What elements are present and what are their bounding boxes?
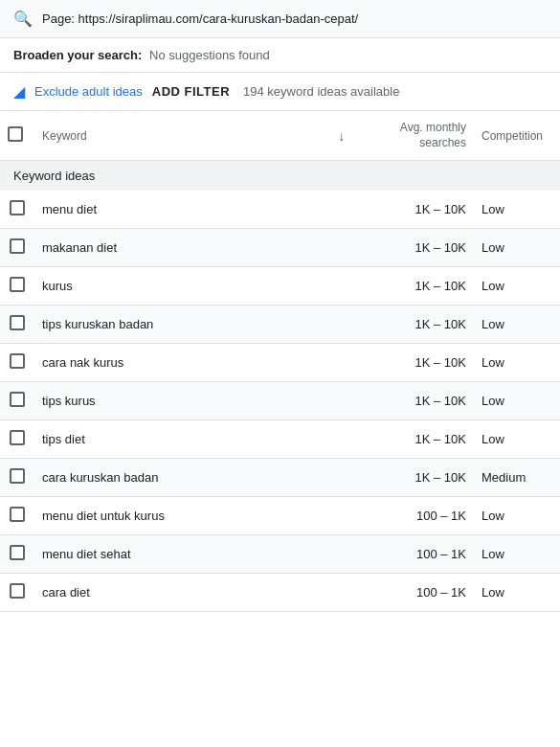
row-checkbox-cell bbox=[0, 535, 34, 574]
table-row: cara diet 100 – 1K Low bbox=[0, 574, 560, 612]
broaden-value: No suggestions found bbox=[149, 48, 270, 62]
row-checkbox[interactable] bbox=[10, 200, 25, 215]
row-checkbox-cell bbox=[0, 229, 34, 267]
th-avg-monthly: Avg. monthly searches bbox=[369, 111, 474, 161]
avg-monthly-cell: 100 – 1K bbox=[369, 574, 474, 612]
keyword-cell: menu diet sehat bbox=[34, 535, 330, 574]
avg-monthly-cell: 1K – 10K bbox=[369, 344, 474, 382]
row-checkbox[interactable] bbox=[10, 583, 25, 599]
sort-arrow-icon: ↓ bbox=[338, 128, 345, 144]
search-icon: 🔍 bbox=[13, 10, 33, 28]
row-checkbox-cell bbox=[0, 420, 34, 459]
avg-monthly-cell: 1K – 10K bbox=[369, 267, 474, 306]
empty-sort-cell bbox=[330, 229, 369, 267]
keyword-cell: tips kuruskan badan bbox=[34, 306, 330, 344]
avg-monthly-cell: 100 – 1K bbox=[369, 497, 474, 535]
competition-cell: Low bbox=[474, 267, 560, 306]
th-keyword: Keyword bbox=[34, 111, 330, 161]
keyword-header-label: Keyword bbox=[42, 129, 87, 143]
table-row: tips kuruskan badan 1K – 10K Low bbox=[0, 306, 560, 344]
avg-monthly-label: Avg. monthly searches bbox=[376, 121, 466, 150]
table-row: tips diet 1K – 10K Low bbox=[0, 420, 560, 459]
competition-cell: Low bbox=[474, 344, 560, 382]
avg-monthly-cell: 1K – 10K bbox=[369, 420, 474, 459]
empty-sort-cell bbox=[330, 267, 369, 306]
keyword-table: Keyword ↓ Avg. monthly searches Competit… bbox=[0, 111, 560, 612]
empty-sort-cell bbox=[330, 420, 369, 459]
row-checkbox[interactable] bbox=[10, 392, 25, 407]
keyword-cell: menu diet bbox=[34, 191, 330, 229]
exclude-adults-link[interactable]: Exclude adult ideas bbox=[34, 84, 143, 99]
keyword-cell: makanan diet bbox=[34, 229, 330, 267]
table-row: makanan diet 1K – 10K Low bbox=[0, 229, 560, 267]
empty-sort-cell bbox=[330, 191, 369, 229]
competition-label: Competition bbox=[482, 129, 543, 143]
competition-cell: Low bbox=[474, 574, 560, 612]
competition-cell: Low bbox=[474, 420, 560, 459]
row-checkbox[interactable] bbox=[10, 353, 25, 369]
competition-cell: Low bbox=[474, 382, 560, 420]
row-checkbox[interactable] bbox=[10, 315, 25, 330]
row-checkbox-cell bbox=[0, 574, 34, 612]
th-competition: Competition bbox=[474, 111, 560, 161]
row-checkbox[interactable] bbox=[10, 507, 25, 522]
row-checkbox-cell bbox=[0, 497, 34, 535]
row-checkbox[interactable] bbox=[10, 238, 25, 254]
row-checkbox-cell bbox=[0, 306, 34, 344]
competition-cell: Low bbox=[474, 306, 560, 344]
table-row: cara nak kurus 1K – 10K Low bbox=[0, 344, 560, 382]
table-row: menu diet untuk kurus 100 – 1K Low bbox=[0, 497, 560, 535]
competition-cell: Low bbox=[474, 497, 560, 535]
section-header-label: Keyword ideas bbox=[0, 161, 560, 192]
competition-cell: Low bbox=[474, 191, 560, 229]
search-url: Page: https://siraplimau.com/cara-kurusk… bbox=[42, 11, 358, 26]
avg-monthly-cell: 1K – 10K bbox=[369, 191, 474, 229]
table-row: tips kurus 1K – 10K Low bbox=[0, 382, 560, 420]
avg-monthly-cell: 1K – 10K bbox=[369, 306, 474, 344]
th-checkbox bbox=[0, 111, 34, 161]
empty-sort-cell bbox=[330, 535, 369, 574]
table-row: kurus 1K – 10K Low bbox=[0, 267, 560, 306]
empty-sort-cell bbox=[330, 497, 369, 535]
section-header-row: Keyword ideas bbox=[0, 161, 560, 192]
keyword-cell: cara nak kurus bbox=[34, 344, 330, 382]
keyword-cell: tips diet bbox=[34, 420, 330, 459]
row-checkbox-cell bbox=[0, 382, 34, 420]
avg-monthly-cell: 1K – 10K bbox=[369, 229, 474, 267]
table-row: menu diet 1K – 10K Low bbox=[0, 191, 560, 229]
keyword-cell: tips kurus bbox=[34, 382, 330, 420]
search-bar: 🔍 Page: https://siraplimau.com/cara-kuru… bbox=[0, 0, 560, 38]
competition-cell: Medium bbox=[474, 459, 560, 497]
avg-monthly-cell: 100 – 1K bbox=[369, 535, 474, 574]
row-checkbox[interactable] bbox=[10, 545, 25, 560]
competition-cell: Low bbox=[474, 535, 560, 574]
row-checkbox-cell bbox=[0, 267, 34, 306]
keyword-cell: cara kuruskan badan bbox=[34, 459, 330, 497]
row-checkbox-cell bbox=[0, 191, 34, 229]
th-sort[interactable]: ↓ bbox=[330, 111, 369, 161]
row-checkbox[interactable] bbox=[10, 430, 25, 445]
empty-sort-cell bbox=[330, 344, 369, 382]
broaden-label: Broaden your search: bbox=[13, 48, 142, 62]
avg-monthly-cell: 1K – 10K bbox=[369, 459, 474, 497]
empty-sort-cell bbox=[330, 459, 369, 497]
broaden-section: Broaden your search: No suggestions foun… bbox=[0, 38, 560, 73]
table-row: menu diet sehat 100 – 1K Low bbox=[0, 535, 560, 574]
filter-bar: ◢ Exclude adult ideas ADD FILTER 194 key… bbox=[0, 73, 560, 111]
row-checkbox-cell bbox=[0, 459, 34, 497]
keyword-cell: kurus bbox=[34, 267, 330, 306]
row-checkbox-cell bbox=[0, 344, 34, 382]
empty-sort-cell bbox=[330, 574, 369, 612]
keyword-cell: menu diet untuk kurus bbox=[34, 497, 330, 535]
keyword-cell: cara diet bbox=[34, 574, 330, 612]
filter-icon: ◢ bbox=[13, 82, 25, 101]
row-checkbox[interactable] bbox=[10, 468, 25, 484]
competition-cell: Low bbox=[474, 229, 560, 267]
header-checkbox[interactable] bbox=[8, 126, 23, 142]
add-filter-button[interactable]: ADD FILTER bbox=[152, 84, 230, 99]
keyword-count: 194 keyword ideas available bbox=[243, 84, 399, 99]
table-header-row: Keyword ↓ Avg. monthly searches Competit… bbox=[0, 111, 560, 161]
empty-sort-cell bbox=[330, 382, 369, 420]
row-checkbox[interactable] bbox=[10, 277, 25, 292]
table-row: cara kuruskan badan 1K – 10K Medium bbox=[0, 459, 560, 497]
